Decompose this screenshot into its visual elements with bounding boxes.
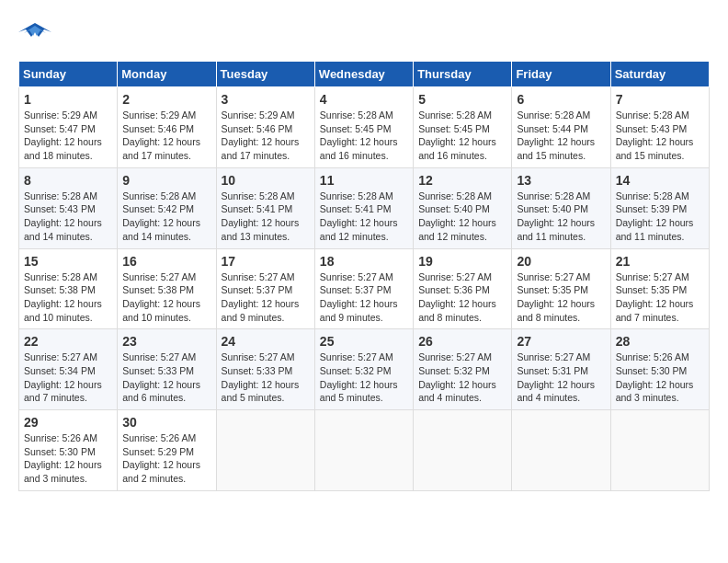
day-number: 3: [222, 92, 310, 107]
day-number: 29: [24, 415, 112, 430]
table-row: 3Sunrise: 5:29 AMSunset: 5:46 PMDaylight…: [216, 87, 314, 168]
col-saturday: Saturday: [610, 62, 709, 87]
col-tuesday: Tuesday: [216, 62, 314, 87]
table-row: 29Sunrise: 5:26 AMSunset: 5:30 PMDayligh…: [19, 410, 118, 491]
day-info: Sunrise: 5:26 AMSunset: 5:30 PMDaylight:…: [24, 431, 112, 486]
day-info: Sunrise: 5:28 AMSunset: 5:39 PMDaylight:…: [616, 190, 704, 244]
day-number: 9: [122, 173, 210, 188]
day-number: 15: [24, 254, 112, 269]
day-info: Sunrise: 5:27 AMSunset: 5:38 PMDaylight:…: [122, 270, 210, 325]
calendar-week-row: 8Sunrise: 5:28 AMSunset: 5:43 PMDaylight…: [19, 167, 710, 248]
col-sunday: Sunday: [19, 62, 118, 87]
day-info: Sunrise: 5:29 AMSunset: 5:46 PMDaylight:…: [222, 109, 310, 163]
table-row: 23Sunrise: 5:27 AMSunset: 5:33 PMDayligh…: [118, 329, 216, 410]
logo-icon: [18, 18, 51, 46]
logo: [18, 18, 55, 46]
col-wednesday: Wednesday: [314, 62, 413, 87]
table-row: [610, 410, 709, 491]
day-info: Sunrise: 5:27 AMSunset: 5:35 PMDaylight:…: [616, 270, 704, 325]
day-info: Sunrise: 5:28 AMSunset: 5:45 PMDaylight:…: [320, 109, 408, 163]
day-info: Sunrise: 5:26 AMSunset: 5:29 PMDaylight:…: [122, 431, 210, 486]
table-row: 20Sunrise: 5:27 AMSunset: 5:35 PMDayligh…: [512, 248, 610, 329]
table-row: 22Sunrise: 5:27 AMSunset: 5:34 PMDayligh…: [19, 329, 118, 410]
table-row: 10Sunrise: 5:28 AMSunset: 5:41 PMDayligh…: [216, 167, 314, 248]
day-info: Sunrise: 5:26 AMSunset: 5:30 PMDaylight:…: [616, 350, 704, 405]
table-row: 13Sunrise: 5:28 AMSunset: 5:40 PMDayligh…: [512, 167, 610, 248]
day-number: 30: [122, 415, 210, 430]
day-number: 13: [517, 173, 605, 188]
table-row: 30Sunrise: 5:26 AMSunset: 5:29 PMDayligh…: [118, 410, 216, 491]
day-info: Sunrise: 5:27 AMSunset: 5:35 PMDaylight:…: [517, 270, 605, 325]
day-number: 19: [418, 254, 506, 269]
table-row: 25Sunrise: 5:27 AMSunset: 5:32 PMDayligh…: [314, 329, 413, 410]
day-info: Sunrise: 5:28 AMSunset: 5:45 PMDaylight:…: [418, 109, 506, 163]
table-row: [414, 410, 512, 491]
table-row: 1Sunrise: 5:29 AMSunset: 5:47 PMDaylight…: [19, 87, 118, 168]
table-row: 18Sunrise: 5:27 AMSunset: 5:37 PMDayligh…: [314, 248, 413, 329]
calendar-week-row: 15Sunrise: 5:28 AMSunset: 5:38 PMDayligh…: [19, 248, 710, 329]
table-row: 9Sunrise: 5:28 AMSunset: 5:42 PMDaylight…: [118, 167, 216, 248]
table-row: 21Sunrise: 5:27 AMSunset: 5:35 PMDayligh…: [610, 248, 709, 329]
day-number: 18: [320, 254, 408, 269]
day-info: Sunrise: 5:27 AMSunset: 5:37 PMDaylight:…: [320, 270, 408, 325]
day-number: 20: [517, 254, 605, 269]
day-info: Sunrise: 5:28 AMSunset: 5:38 PMDaylight:…: [24, 270, 112, 325]
day-info: Sunrise: 5:28 AMSunset: 5:40 PMDaylight:…: [517, 190, 605, 244]
day-number: 4: [320, 92, 408, 107]
table-row: 28Sunrise: 5:26 AMSunset: 5:30 PMDayligh…: [610, 329, 709, 410]
day-info: Sunrise: 5:29 AMSunset: 5:46 PMDaylight:…: [122, 109, 210, 163]
day-number: 17: [222, 254, 310, 269]
day-info: Sunrise: 5:28 AMSunset: 5:42 PMDaylight:…: [122, 190, 210, 244]
day-info: Sunrise: 5:27 AMSunset: 5:36 PMDaylight:…: [418, 270, 506, 325]
day-info: Sunrise: 5:28 AMSunset: 5:41 PMDaylight:…: [320, 190, 408, 244]
day-number: 10: [222, 173, 310, 188]
day-info: Sunrise: 5:27 AMSunset: 5:34 PMDaylight:…: [24, 350, 112, 405]
day-number: 11: [320, 173, 408, 188]
day-number: 24: [222, 334, 310, 349]
table-row: 8Sunrise: 5:28 AMSunset: 5:43 PMDaylight…: [19, 167, 118, 248]
day-info: Sunrise: 5:27 AMSunset: 5:37 PMDaylight:…: [222, 270, 310, 325]
table-row: [314, 410, 413, 491]
table-row: 14Sunrise: 5:28 AMSunset: 5:39 PMDayligh…: [610, 167, 709, 248]
day-number: 22: [24, 334, 112, 349]
day-number: 1: [24, 92, 112, 107]
day-info: Sunrise: 5:27 AMSunset: 5:33 PMDaylight:…: [222, 350, 310, 405]
day-number: 2: [122, 92, 210, 107]
table-row: 24Sunrise: 5:27 AMSunset: 5:33 PMDayligh…: [216, 329, 314, 410]
day-number: 23: [122, 334, 210, 349]
day-number: 8: [24, 173, 112, 188]
day-info: Sunrise: 5:28 AMSunset: 5:44 PMDaylight:…: [517, 109, 605, 163]
table-row: 2Sunrise: 5:29 AMSunset: 5:46 PMDaylight…: [118, 87, 216, 168]
table-row: 7Sunrise: 5:28 AMSunset: 5:43 PMDaylight…: [610, 87, 709, 168]
day-number: 25: [320, 334, 408, 349]
table-row: 16Sunrise: 5:27 AMSunset: 5:38 PMDayligh…: [118, 248, 216, 329]
calendar-table: Sunday Monday Tuesday Wednesday Thursday…: [18, 61, 710, 491]
calendar-week-row: 29Sunrise: 5:26 AMSunset: 5:30 PMDayligh…: [19, 410, 710, 491]
day-number: 27: [517, 334, 605, 349]
day-number: 7: [616, 92, 704, 107]
table-row: 5Sunrise: 5:28 AMSunset: 5:45 PMDaylight…: [414, 87, 512, 168]
day-number: 6: [517, 92, 605, 107]
table-row: [216, 410, 314, 491]
table-row: 26Sunrise: 5:27 AMSunset: 5:32 PMDayligh…: [414, 329, 512, 410]
table-row: [512, 410, 610, 491]
table-row: 4Sunrise: 5:28 AMSunset: 5:45 PMDaylight…: [314, 87, 413, 168]
col-monday: Monday: [118, 62, 216, 87]
table-row: 15Sunrise: 5:28 AMSunset: 5:38 PMDayligh…: [19, 248, 118, 329]
day-number: 12: [418, 173, 506, 188]
day-number: 14: [616, 173, 704, 188]
table-row: 6Sunrise: 5:28 AMSunset: 5:44 PMDaylight…: [512, 87, 610, 168]
calendar-week-row: 1Sunrise: 5:29 AMSunset: 5:47 PMDaylight…: [19, 87, 710, 168]
day-info: Sunrise: 5:27 AMSunset: 5:31 PMDaylight:…: [517, 350, 605, 405]
table-row: 17Sunrise: 5:27 AMSunset: 5:37 PMDayligh…: [216, 248, 314, 329]
calendar-week-row: 22Sunrise: 5:27 AMSunset: 5:34 PMDayligh…: [19, 329, 710, 410]
day-info: Sunrise: 5:28 AMSunset: 5:41 PMDaylight:…: [222, 190, 310, 244]
day-number: 21: [616, 254, 704, 269]
col-friday: Friday: [512, 62, 610, 87]
day-info: Sunrise: 5:27 AMSunset: 5:32 PMDaylight:…: [320, 350, 408, 405]
table-row: 27Sunrise: 5:27 AMSunset: 5:31 PMDayligh…: [512, 329, 610, 410]
day-number: 28: [616, 334, 704, 349]
table-row: 11Sunrise: 5:28 AMSunset: 5:41 PMDayligh…: [314, 167, 413, 248]
table-row: 19Sunrise: 5:27 AMSunset: 5:36 PMDayligh…: [414, 248, 512, 329]
day-number: 5: [418, 92, 506, 107]
